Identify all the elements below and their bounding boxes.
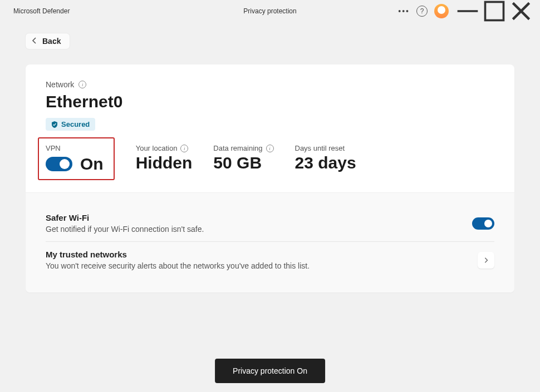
trusted-networks-row[interactable]: My trusted networks You won't receive se… <box>46 241 494 278</box>
info-icon[interactable]: i <box>78 81 86 88</box>
vpn-label: VPN <box>46 144 104 152</box>
trusted-networks-title: My trusted networks <box>46 250 310 259</box>
vpn-state: On <box>80 155 104 173</box>
maximize-button[interactable] <box>482 2 507 20</box>
data-remaining-value: 50 GB <box>213 153 273 172</box>
chevron-left-icon <box>31 37 38 46</box>
trusted-networks-desc: You won't receive security alerts about … <box>46 261 310 270</box>
reset-value: 23 days <box>295 153 356 172</box>
location-value: Hidden <box>136 153 193 172</box>
chevron-right-icon[interactable] <box>478 252 494 269</box>
titlebar: Microsoft Defender Privacy protection ••… <box>0 0 540 22</box>
network-card: Network i Ethernet0 Secured VPN On Your … <box>26 64 514 292</box>
avatar[interactable] <box>434 4 449 18</box>
badge-label: Secured <box>61 120 90 128</box>
back-button[interactable]: Back <box>26 33 70 49</box>
app-name: Microsoft Defender <box>7 7 70 15</box>
network-section-label: Network <box>46 80 74 89</box>
location-label: Your location <box>136 144 178 152</box>
network-name: Ethernet0 <box>46 92 494 111</box>
svg-rect-1 <box>485 2 504 21</box>
back-label: Back <box>42 37 61 46</box>
info-icon[interactable]: i <box>266 145 274 152</box>
more-menu-button[interactable]: ••• <box>394 7 414 16</box>
secured-badge: Secured <box>46 118 95 131</box>
reset-label: Days until reset <box>295 144 345 152</box>
shield-check-icon <box>51 121 58 128</box>
vpn-highlight-box: VPN On <box>38 137 115 180</box>
safer-wifi-title: Safer Wi-Fi <box>46 213 204 222</box>
data-remaining-label: Data remaining <box>213 144 262 152</box>
minimize-button[interactable] <box>455 2 480 20</box>
help-icon[interactable]: ? <box>416 6 428 17</box>
safer-wifi-desc: Get notified if your Wi-Fi connection is… <box>46 225 204 234</box>
close-button[interactable] <box>509 2 533 20</box>
toast-notification: Privacy protection On <box>215 359 325 383</box>
safer-wifi-row: Safer Wi-Fi Get notified if your Wi-Fi c… <box>46 205 494 241</box>
toast-message: Privacy protection On <box>233 366 307 375</box>
safer-wifi-toggle[interactable] <box>472 217 494 230</box>
page-title: Privacy protection <box>243 7 296 15</box>
vpn-toggle[interactable] <box>46 157 72 171</box>
info-icon[interactable]: i <box>180 145 188 152</box>
